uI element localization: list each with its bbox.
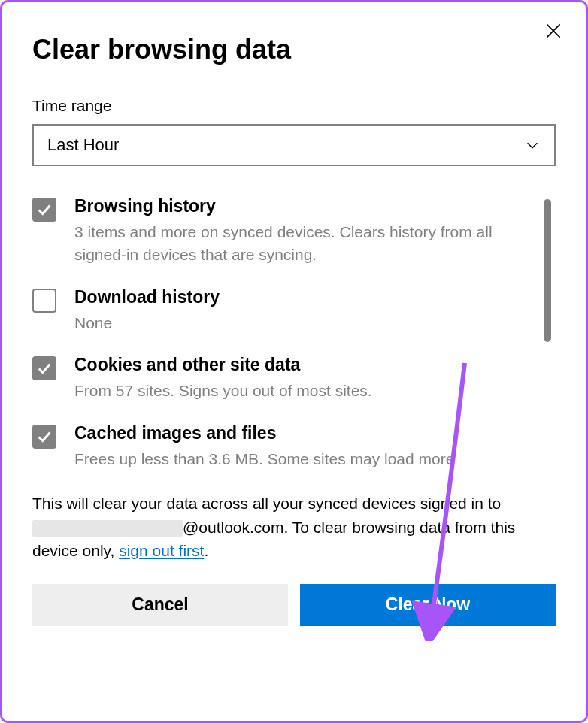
option-desc: None	[74, 312, 526, 334]
option-title: Browsing history	[74, 196, 526, 216]
checkbox-browsing-history[interactable]	[32, 198, 56, 222]
scrollbar[interactable]	[544, 199, 551, 342]
cancel-button[interactable]: Cancel	[32, 584, 288, 626]
redacted-email: xx	[32, 520, 183, 537]
option-desc: From 57 sites. Signs you out of most sit…	[74, 380, 526, 402]
close-button[interactable]	[540, 17, 567, 44]
checkmark-icon	[36, 360, 53, 377]
option-title: Download history	[74, 287, 526, 307]
option-cookies: Cookies and other site data From 57 site…	[32, 355, 526, 402]
option-desc: Frees up less than 3.6 MB. Some sites ma…	[74, 448, 526, 470]
option-title: Cookies and other site data	[74, 355, 526, 375]
sync-notice: This will clear your data across all you…	[32, 492, 556, 563]
checkmark-icon	[36, 201, 53, 218]
option-desc: 3 items and more on synced devices. Clea…	[74, 221, 526, 266]
sync-notice-period: .	[204, 542, 208, 559]
option-browsing-history: Browsing history 3 items and more on syn…	[32, 196, 526, 266]
dialog-title: Clear browsing data	[32, 34, 556, 65]
checkbox-cached[interactable]	[32, 425, 56, 449]
chevron-down-icon	[524, 137, 541, 153]
time-range-select[interactable]: Last Hour	[32, 124, 556, 166]
checkbox-cookies[interactable]	[32, 356, 56, 380]
option-cached: Cached images and files Frees up less th…	[32, 423, 526, 470]
checkmark-icon	[36, 428, 53, 445]
time-range-value: Last Hour	[47, 135, 119, 155]
sync-notice-prefix: This will clear your data across all you…	[32, 495, 501, 512]
option-title: Cached images and files	[74, 423, 526, 443]
close-icon	[544, 21, 563, 41]
time-range-label: Time range	[32, 97, 556, 115]
clear-now-button[interactable]: Clear Now	[300, 584, 556, 626]
option-download-history: Download history None	[32, 287, 526, 334]
checkbox-download-history[interactable]	[32, 289, 56, 313]
sign-out-link[interactable]: sign out first	[119, 542, 204, 559]
